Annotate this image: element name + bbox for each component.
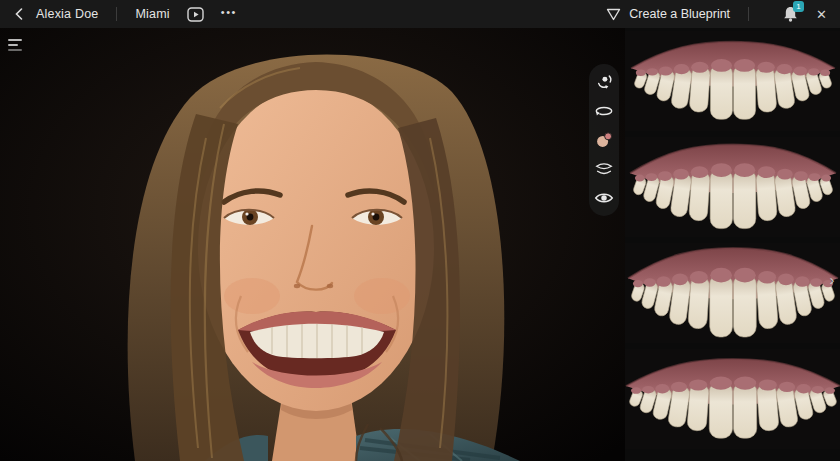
divider <box>116 7 117 21</box>
eye-icon <box>593 187 615 209</box>
visibility-button[interactable] <box>592 186 616 210</box>
create-blueprint-label: Create a Blueprint <box>629 7 730 21</box>
smile-template-5-partial[interactable] <box>625 454 840 461</box>
create-blueprint-button[interactable]: Create a Blueprint <box>606 7 730 21</box>
notification-badge: 1 <box>793 1 804 12</box>
top-bar-left: Alexia Doe Miami ••• <box>0 4 237 24</box>
smile-design-app: Alexia Doe Miami ••• Create a Blueprint <box>0 0 840 461</box>
back-button[interactable] <box>10 4 28 24</box>
patient-portrait <box>0 28 625 461</box>
close-button[interactable]: ✕ <box>816 8 827 21</box>
panel-expand-button[interactable]: › <box>824 266 840 292</box>
rotate-3d-view-button[interactable] <box>592 70 616 94</box>
rotate-3d-icon <box>593 71 615 93</box>
smile-arch-lines-button[interactable] <box>592 157 616 181</box>
patient-photo-viewer <box>0 28 625 461</box>
rotate-plane-icon <box>593 100 615 122</box>
case-name: Miami <box>135 7 169 21</box>
top-bar: Alexia Doe Miami ••• Create a Blueprint <box>0 0 840 28</box>
teeth-arch-preview-partial <box>625 454 840 461</box>
blueprint-nabla-icon <box>606 8 621 21</box>
smile-template-2[interactable] <box>625 137 840 237</box>
content: › <box>0 28 840 461</box>
rotate-plane-button[interactable] <box>592 99 616 123</box>
teeth-arch-preview <box>627 136 837 239</box>
smile-template-1[interactable] <box>625 31 840 131</box>
teeth-arch-preview <box>625 351 840 448</box>
divider <box>748 7 749 21</box>
top-bar-right: Create a Blueprint 1 ✕ <box>606 6 840 22</box>
viewer-toolbar <box>589 64 619 216</box>
smile-arch-lines-icon <box>593 158 615 180</box>
teeth-arch-preview <box>625 239 839 348</box>
more-menu-button[interactable]: ••• <box>221 7 237 22</box>
patient-name: Alexia Doe <box>36 7 98 21</box>
teeth-arch-preview <box>629 34 837 129</box>
play-icon <box>187 7 204 22</box>
smile-template-3[interactable] <box>625 243 840 343</box>
shade-compare-icon <box>593 129 615 151</box>
menu-lines-icon[interactable] <box>8 36 28 54</box>
smile-templates-panel: › <box>625 28 840 461</box>
notifications-button[interactable]: 1 <box>783 6 798 22</box>
shade-compare-button[interactable] <box>592 128 616 152</box>
smile-template-4[interactable] <box>625 349 840 449</box>
play-button[interactable] <box>187 7 204 22</box>
chevron-left-icon <box>15 8 23 20</box>
